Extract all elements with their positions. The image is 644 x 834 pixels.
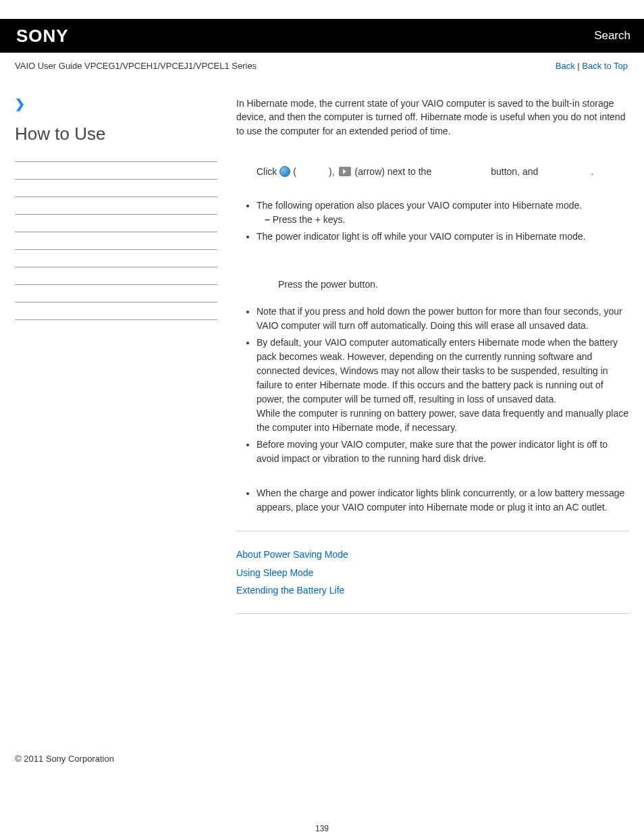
intro-paragraph: In Hibernate mode, the current state of …: [236, 97, 629, 138]
related-link-battery-life[interactable]: Extending the Battery Life: [236, 583, 629, 597]
related-link-sleep-mode[interactable]: Using Sleep Mode: [236, 566, 629, 579]
back-to-top-link[interactable]: Back to Top: [582, 61, 628, 71]
step-text: (arrow) next to the: [355, 165, 432, 178]
step-text: button, and: [491, 165, 538, 178]
step-activate: Click ( ), (arrow) next to the button, a…: [236, 165, 629, 178]
step-text: ),: [329, 165, 335, 178]
note-list-3: When the charge and power indicator ligh…: [236, 486, 629, 515]
expand-arrow-icon[interactable]: ❯: [15, 97, 217, 111]
step-text: Click: [257, 165, 277, 178]
note-list-2: Note that if you press and hold down the…: [236, 305, 629, 466]
list-item: When the charge and power indicator ligh…: [257, 486, 629, 515]
related-topics: About Power Saving Mode Using Sleep Mode…: [236, 548, 629, 597]
sidebar-divider: [15, 161, 217, 162]
sidebar-divider: [15, 249, 217, 250]
sony-logo: SONY: [16, 26, 69, 47]
guide-title: VAIO User Guide VPCEG1/VPCEH1/VPCEJ1/VPC…: [15, 61, 257, 71]
divider: [236, 531, 629, 531]
sidebar: ❯ How to Use: [15, 97, 217, 630]
sidebar-divider: [15, 232, 217, 232]
step-text: (: [293, 165, 296, 178]
copyright: © 2011 Sony Corporation: [15, 754, 114, 764]
list-item: Note that if you press and hold down the…: [257, 305, 629, 333]
list-item: The following operation also places your…: [257, 199, 629, 227]
sub-item: Press the + keys.: [265, 213, 629, 227]
list-text: While the computer is running on battery…: [257, 408, 628, 433]
divider: [236, 613, 629, 614]
list-item: By default, your VAIO computer automatic…: [257, 336, 629, 435]
windows-start-icon: [279, 166, 290, 177]
back-link[interactable]: Back: [556, 61, 575, 71]
search-link[interactable]: Search: [594, 29, 630, 43]
step-return: Press the power button.: [236, 278, 629, 291]
page-number: 139: [0, 824, 644, 833]
sidebar-divider: [15, 302, 217, 303]
list-item: The power indicator light is off while y…: [257, 230, 629, 244]
sidebar-divider: [15, 197, 217, 197]
top-bar: SONY Search: [0, 19, 644, 53]
step-text: .: [591, 165, 593, 178]
sidebar-heading: How to Use: [15, 124, 217, 145]
nav-links: Back | Back to Top: [556, 61, 628, 71]
step-text: Press the power button.: [278, 279, 378, 290]
sidebar-divider: [15, 179, 217, 180]
list-text: By default, your VAIO computer automatic…: [257, 337, 618, 405]
note-list-1: The following operation also places your…: [236, 199, 629, 244]
sidebar-divider: [15, 284, 217, 285]
arrow-button-icon: [339, 167, 351, 176]
sidebar-divider: [15, 267, 217, 267]
related-link-power-saving[interactable]: About Power Saving Mode: [236, 548, 629, 561]
sub-bar: VAIO User Guide VPCEG1/VPCEH1/VPCEJ1/VPC…: [0, 53, 644, 76]
sidebar-divider: [15, 319, 217, 320]
list-item: Before moving your VAIO computer, make s…: [257, 438, 629, 466]
list-text: The following operation also places your…: [257, 200, 582, 211]
main-content: In Hibernate mode, the current state of …: [236, 97, 629, 630]
sidebar-divider: [15, 214, 217, 215]
